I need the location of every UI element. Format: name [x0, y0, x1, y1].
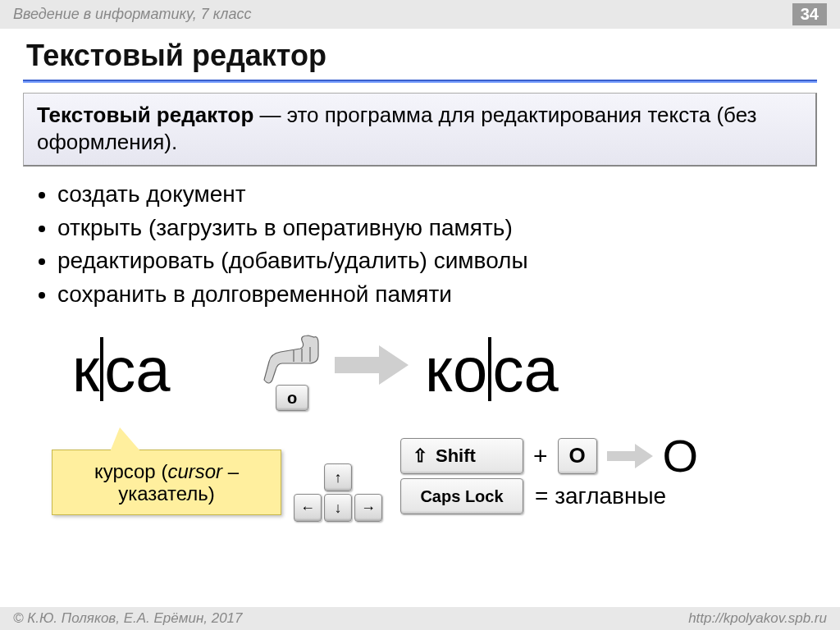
arrow-right-icon	[607, 444, 653, 468]
footer-copyright: © К.Ю. Поляков, Е.А. Ерёмин, 2017	[13, 610, 243, 627]
shift-label: Shift	[436, 445, 476, 467]
shift-combo-row: ⇧ Shift + О О	[400, 429, 698, 482]
arrow-right-icon	[335, 345, 409, 385]
arrow-keys-cluster: ↑ ← ↓ →	[294, 463, 382, 522]
word-after-right: са	[492, 334, 558, 405]
hand-press-illustration: о	[236, 329, 326, 411]
result-upper-o: О	[663, 429, 699, 482]
arrow-right-key: →	[354, 494, 382, 522]
arrow-down-key: ↓	[324, 494, 352, 522]
plus-sign: +	[533, 442, 548, 470]
callout-text-1: курсор (	[94, 460, 167, 482]
capslock-row: Caps Lock = заглавные	[400, 478, 666, 514]
bullet-item: открыть (загрузить в оперативную память)	[57, 212, 807, 245]
word-after-left: ко	[425, 334, 487, 405]
word-after: ко са	[425, 327, 559, 405]
page-number: 34	[792, 3, 827, 25]
text-cursor-icon	[100, 337, 103, 401]
arrow-left-key: ←	[294, 494, 322, 522]
footer-bar: © К.Ю. Поляков, Е.А. Ерёмин, 2017 http:/…	[0, 607, 840, 630]
bullet-item: создать документ	[57, 178, 807, 212]
key-o-label: о	[287, 389, 297, 408]
callout-italic: cursor	[167, 460, 222, 482]
key-o-pressed: о	[276, 385, 308, 411]
key-o-upper-label: О	[568, 443, 585, 468]
word-before-right: са	[104, 334, 170, 405]
course-title: Введение в информатику, 7 класс	[13, 6, 251, 23]
header-bar: Введение в информатику, 7 класс 34	[0, 0, 840, 29]
footer-url: http://kpolyakov.spb.ru	[688, 610, 827, 627]
shift-arrow-icon: ⇧	[413, 445, 427, 467]
bullet-list: создать документ открыть (загрузить в оп…	[57, 178, 807, 311]
demo-area: к са о ко са курсор (cursor – указатель)…	[23, 322, 817, 548]
capslock-key: Caps Lock	[400, 478, 523, 514]
word-before-left: к	[72, 334, 99, 405]
bullet-item: редактировать (добавить/удалить) символы	[57, 244, 807, 278]
definition-term: Текстовый редактор	[37, 103, 253, 127]
shift-key: ⇧ Shift	[400, 438, 523, 474]
title-underline	[23, 80, 817, 83]
pointing-hand-icon	[236, 329, 326, 386]
capslock-result: = заглавные	[535, 483, 666, 509]
cursor-callout: курсор (cursor – указатель)	[52, 450, 281, 515]
slide-title: Текстовый редактор	[0, 29, 840, 80]
definition-box: Текстовый редактор — это программа для р…	[23, 93, 817, 167]
capslock-label: Caps Lock	[420, 487, 503, 506]
bullet-item: сохранить в долговременной памяти	[57, 278, 807, 312]
key-o-upper: О	[558, 438, 597, 474]
text-cursor-icon	[488, 337, 491, 401]
word-before: к са	[72, 327, 171, 405]
arrow-up-key: ↑	[324, 463, 352, 491]
